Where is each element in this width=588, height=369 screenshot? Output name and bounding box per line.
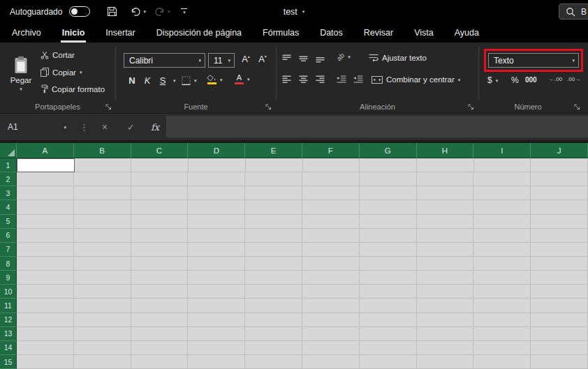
- cell-J5[interactable]: [531, 215, 588, 229]
- cell-J6[interactable]: [531, 229, 588, 243]
- cell-H7[interactable]: [417, 243, 474, 257]
- currency-dropdown-icon[interactable]: [496, 78, 499, 83]
- cell-I15[interactable]: [473, 355, 531, 369]
- cell-A2[interactable]: [17, 172, 74, 186]
- cell-H14[interactable]: [417, 341, 474, 355]
- cell-C2[interactable]: [131, 172, 189, 186]
- cell-I11[interactable]: [473, 299, 531, 312]
- row-header-2[interactable]: 2: [0, 172, 17, 186]
- formula-input[interactable]: [166, 116, 588, 137]
- column-header-A[interactable]: A: [17, 143, 74, 158]
- paste-dropdown-icon[interactable]: [20, 86, 22, 91]
- font-color-button[interactable]: A: [235, 74, 250, 84]
- cell-H11[interactable]: [417, 299, 474, 312]
- cell-A5[interactable]: [17, 215, 74, 229]
- cell-F12[interactable]: [302, 313, 360, 327]
- row-header-12[interactable]: 12: [0, 313, 17, 327]
- cell-F3[interactable]: [302, 186, 360, 200]
- column-header-H[interactable]: H: [417, 143, 474, 158]
- cancel-button[interactable]: ×: [102, 114, 108, 140]
- cell-C11[interactable]: [131, 299, 189, 312]
- row-header-3[interactable]: 3: [0, 186, 17, 200]
- column-header-J[interactable]: J: [531, 143, 588, 158]
- cell-D14[interactable]: [188, 341, 245, 355]
- borders-dropdown-icon[interactable]: [194, 78, 197, 83]
- cell-H8[interactable]: [417, 257, 474, 271]
- row-header-13[interactable]: 13: [0, 327, 17, 341]
- cell-F14[interactable]: [302, 341, 360, 355]
- cell-D10[interactable]: [188, 285, 245, 299]
- cell-G4[interactable]: [360, 200, 417, 214]
- cell-I7[interactable]: [473, 243, 531, 257]
- column-header-G[interactable]: G: [360, 143, 417, 158]
- cell-E3[interactable]: [245, 186, 302, 200]
- cell-E6[interactable]: [245, 229, 302, 243]
- cell-C7[interactable]: [131, 243, 189, 257]
- italic-button[interactable]: K: [140, 75, 154, 86]
- cell-G7[interactable]: [360, 243, 417, 257]
- cell-D13[interactable]: [188, 327, 245, 341]
- font-size-combobox[interactable]: 11: [208, 53, 235, 68]
- tab-inicio[interactable]: Inicio: [54, 23, 94, 43]
- cell-F6[interactable]: [302, 229, 360, 243]
- cell-H12[interactable]: [417, 313, 474, 327]
- cell-C12[interactable]: [131, 313, 189, 327]
- clipboard-dialog-launcher[interactable]: [105, 103, 113, 111]
- cell-E9[interactable]: [245, 271, 302, 285]
- cell-C4[interactable]: [131, 200, 189, 214]
- cell-J11[interactable]: [531, 299, 588, 312]
- tab-formulas[interactable]: Fórmulas: [254, 23, 307, 43]
- cell-F10[interactable]: [302, 285, 360, 299]
- cell-I14[interactable]: [473, 341, 531, 355]
- insert-function-button[interactable]: fx: [151, 114, 159, 140]
- cell-E12[interactable]: [245, 313, 302, 327]
- redo-dropdown-icon[interactable]: [168, 9, 170, 14]
- row-header-5[interactable]: 5: [0, 215, 17, 229]
- cell-D4[interactable]: [188, 200, 245, 214]
- column-header-E[interactable]: E: [245, 143, 302, 158]
- cell-B5[interactable]: [74, 215, 131, 229]
- align-center-button[interactable]: [299, 75, 308, 84]
- cell-E7[interactable]: [245, 243, 302, 257]
- copy-button[interactable]: Copiar: [41, 68, 82, 77]
- tab-datos[interactable]: Datos: [311, 23, 351, 43]
- cell-F4[interactable]: [302, 200, 360, 214]
- cell-I3[interactable]: [473, 186, 531, 200]
- cell-G2[interactable]: [360, 172, 417, 186]
- cell-C1[interactable]: [131, 158, 189, 172]
- enter-button[interactable]: ✓: [127, 114, 135, 140]
- cell-I1[interactable]: [474, 158, 531, 172]
- cell-F15[interactable]: [302, 355, 360, 369]
- comma-format-button[interactable]: 000: [525, 76, 537, 84]
- increase-indent-button[interactable]: [353, 75, 363, 83]
- row-header-14[interactable]: 14: [0, 341, 17, 355]
- cell-B7[interactable]: [74, 243, 131, 257]
- cell-A6[interactable]: [17, 229, 74, 243]
- cell-D2[interactable]: [188, 172, 245, 186]
- search-box[interactable]: B: [559, 3, 588, 20]
- cell-B9[interactable]: [74, 271, 131, 285]
- cell-G8[interactable]: [360, 257, 417, 271]
- orientation-button[interactable]: ab: [337, 53, 351, 61]
- document-title[interactable]: test: [284, 7, 305, 17]
- cell-C5[interactable]: [131, 215, 189, 229]
- decrease-font-size-button[interactable]: A▾: [256, 54, 270, 64]
- cell-D6[interactable]: [188, 229, 245, 243]
- cell-C6[interactable]: [131, 229, 189, 243]
- cell-C13[interactable]: [131, 327, 189, 341]
- row-header-8[interactable]: 8: [0, 257, 17, 271]
- cell-H5[interactable]: [417, 215, 474, 229]
- alignment-dialog-launcher[interactable]: [468, 103, 476, 111]
- cell-G3[interactable]: [360, 186, 417, 200]
- cell-D5[interactable]: [188, 215, 245, 229]
- cell-H9[interactable]: [417, 271, 474, 285]
- percent-format-button[interactable]: %: [511, 75, 519, 85]
- cell-D15[interactable]: [188, 355, 245, 369]
- column-header-F[interactable]: F: [302, 143, 360, 158]
- align-bottom-button[interactable]: [316, 54, 325, 63]
- row-header-7[interactable]: 7: [0, 243, 17, 257]
- cell-B3[interactable]: [74, 186, 131, 200]
- cell-J7[interactable]: [531, 243, 588, 257]
- cell-D7[interactable]: [188, 243, 245, 257]
- cell-J3[interactable]: [531, 186, 588, 200]
